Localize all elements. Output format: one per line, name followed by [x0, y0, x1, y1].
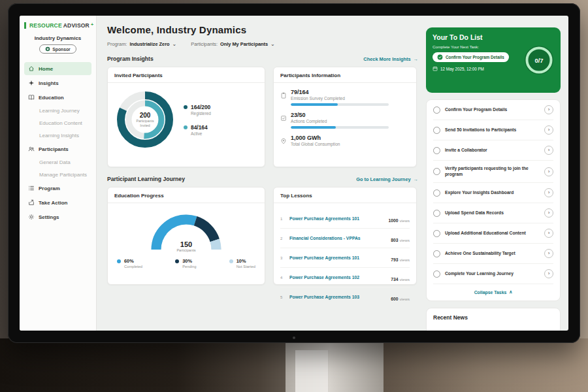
task-row[interactable]: Verify participants requesting to join t…	[433, 161, 553, 183]
next-task-label: Confirm Your Program Details	[446, 55, 504, 59]
legend-dot	[184, 125, 188, 129]
recent-news-card[interactable]: Recent News	[426, 308, 561, 331]
task-row[interactable]: Upload Additional Educational Content ›	[433, 223, 553, 244]
sidebar-item-label: Settings	[39, 214, 59, 220]
chevron-right-icon[interactable]: ›	[544, 229, 553, 238]
next-task-pill[interactable]: Confirm Your Program Details	[433, 52, 509, 62]
task-checkbox[interactable]	[433, 250, 440, 257]
filters-row: Program: Industrialize Zero ⌄ Participan…	[107, 41, 418, 47]
chevron-right-icon[interactable]: ›	[544, 125, 553, 135]
chevron-right-icon[interactable]: ›	[544, 249, 553, 258]
go-to-learning-journey-link[interactable]: Go to Learning Journey →	[356, 176, 418, 182]
check-more-insights-link[interactable]: Check More Insights →	[363, 56, 418, 62]
lesson-views: 803	[391, 238, 398, 242]
lesson-rank: 1	[280, 217, 286, 221]
task-checkbox[interactable]	[433, 147, 440, 154]
sidebar-item-education[interactable]: Education	[24, 91, 91, 104]
lesson-views-unit: views	[400, 297, 410, 301]
lesson-link[interactable]: Power Purchase Agreements 101	[289, 255, 387, 260]
education-progress-card: Education Progress 150 Participants	[107, 187, 265, 285]
insights-icon	[28, 80, 35, 86]
card-title: Education Progress	[108, 193, 265, 203]
due-date-text: 12 May 2025, 12:00 PM	[440, 67, 484, 71]
participants-filter[interactable]: Participants: Only My Participants ⌄	[191, 41, 274, 47]
task-checkbox[interactable]	[433, 127, 440, 134]
task-checkbox[interactable]	[433, 168, 440, 175]
task-label: Achieve One Sustainability Target	[445, 251, 540, 257]
info-value: 23/50	[291, 112, 410, 118]
task-checkbox[interactable]	[433, 106, 440, 114]
calendar-icon	[433, 66, 438, 71]
task-checkbox[interactable]	[433, 270, 440, 278]
recent-news-title: Recent News	[433, 314, 468, 321]
sidebar-item-label: Take Action	[39, 200, 67, 206]
gauge-center-label: 150 Participants	[146, 240, 227, 252]
sidebar-item-participants[interactable]: Participants	[24, 142, 91, 155]
chevron-right-icon[interactable]: ›	[544, 167, 553, 176]
sidebar-item-insights[interactable]: Insights	[24, 76, 91, 90]
sponsor-icon	[45, 46, 50, 52]
sidebar-item-program[interactable]: Program	[24, 182, 91, 195]
lesson-link[interactable]: Financial Considerations - VPPAs	[289, 236, 387, 240]
chevron-right-icon[interactable]: ›	[544, 269, 553, 278]
participants-information-card: Participants Information 79/164 Emission…	[273, 67, 417, 167]
sponsor-badge[interactable]: Sponsor	[39, 44, 76, 54]
lesson-views-unit: views	[400, 218, 410, 223]
sidebar: RESOURCE ADVISOR + Industry Dynamics Spo…	[20, 16, 97, 331]
card-title: Top Lessons	[274, 193, 416, 203]
lesson-views: 600	[391, 297, 398, 301]
task-checkbox[interactable]	[433, 230, 440, 237]
invited-participants-card: Invited Participants 200 Partic	[107, 67, 265, 167]
task-checkbox[interactable]	[433, 210, 440, 217]
lesson-link[interactable]: Power Purchase Agreements 101	[289, 216, 384, 221]
sidebar-item-learning-journey[interactable]: Learning Journey	[24, 105, 91, 117]
collapse-tasks-button[interactable]: Collapse Tasks ∧	[433, 284, 553, 301]
task-row[interactable]: Upload Spend Data Records ›	[433, 203, 553, 223]
top-lessons-card: Top Lessons 1 Power Purchase Agreements …	[273, 187, 417, 285]
lesson-rank: 5	[280, 295, 286, 299]
sidebar-item-learning-insights[interactable]: Learning Insights	[24, 129, 91, 142]
task-label: Confirm Your Program Details	[445, 107, 540, 113]
chevron-right-icon[interactable]: ›	[544, 188, 553, 197]
book-icon	[28, 94, 35, 101]
task-checkbox[interactable]	[433, 189, 440, 197]
legend-value: 10%	[237, 258, 255, 264]
task-label: Send 50 Invitations to Participants	[445, 127, 540, 133]
task-row[interactable]: Complete Your Learning Journey ›	[433, 264, 553, 284]
legend-pending: 30% Pending	[175, 258, 196, 269]
sidebar-item-take-action[interactable]: Take Action	[24, 196, 91, 209]
main-content: Welcome, Industry Dynamics Program: Indu…	[97, 16, 425, 331]
progress-bar-fill	[291, 103, 338, 106]
chevron-right-icon[interactable]: ›	[544, 146, 553, 155]
section-title: Program Insights	[107, 56, 154, 62]
task-row[interactable]: Confirm Your Program Details ›	[433, 100, 553, 120]
task-row[interactable]: Achieve One Sustainability Target ›	[433, 244, 553, 264]
chevron-right-icon[interactable]: ›	[544, 208, 553, 218]
logo-text-primary: RESOURCE	[29, 22, 62, 29]
donut-center-value: 200	[140, 112, 151, 119]
info-label: Total Global Consumption	[291, 142, 410, 146]
lesson-views: 793	[391, 257, 398, 262]
checklist-icon	[280, 112, 287, 129]
sidebar-item-general-data[interactable]: General Data	[24, 156, 91, 169]
task-row[interactable]: Send 50 Invitations to Participants ›	[433, 120, 553, 140]
legend-value: 84/164	[191, 124, 208, 131]
task-row[interactable]: Explore Your Insights Dashboard ›	[433, 183, 553, 203]
program-filter-label: Program:	[107, 41, 127, 47]
sidebar-item-settings[interactable]: Settings	[24, 210, 91, 223]
todo-progress-ring: 0/7	[523, 44, 555, 76]
legend-value: 30%	[182, 258, 196, 264]
task-label: Explore Your Insights Dashboard	[445, 190, 540, 196]
legend-label: Completed	[124, 265, 142, 269]
sidebar-item-manage-participants[interactable]: Manage Participants	[24, 169, 91, 181]
sidebar-item-education-content[interactable]: Education Content	[24, 117, 91, 129]
sidebar-item-label: Participants	[39, 146, 69, 152]
program-filter[interactable]: Program: Industrialize Zero ⌄	[107, 41, 176, 47]
lesson-link[interactable]: Power Purchase Agreements 102	[289, 275, 387, 280]
lesson-link[interactable]: Power Purchase Agreements 103	[289, 295, 387, 299]
legend-dot	[117, 259, 121, 263]
task-row[interactable]: Invite a Collaborator ›	[433, 140, 553, 161]
chevron-right-icon[interactable]: ›	[544, 105, 553, 114]
lesson-row: 5 Power Purchase Agreements 103 600views	[280, 287, 410, 306]
sidebar-item-home[interactable]: Home	[24, 62, 91, 75]
